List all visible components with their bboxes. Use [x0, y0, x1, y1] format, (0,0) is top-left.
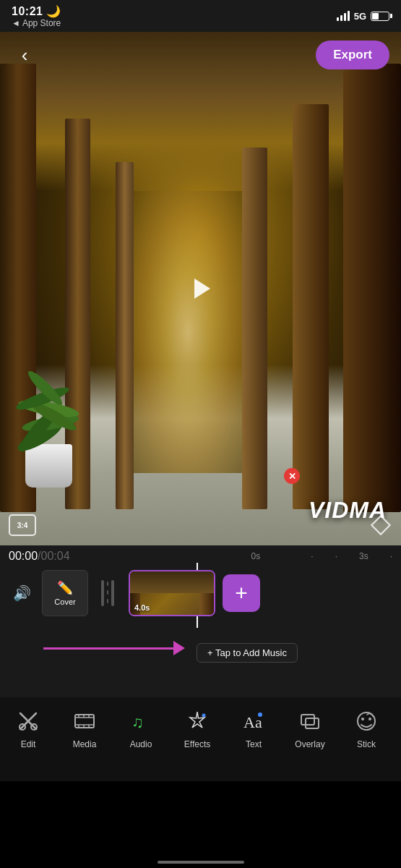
- sticker-label: Stick: [357, 739, 376, 749]
- track-icons: 🔊: [9, 584, 35, 602]
- scene-separator-icon: [95, 570, 121, 616]
- toolbar-item-overlay[interactable]: Overlay: [282, 707, 338, 749]
- export-button[interactable]: Export: [316, 41, 389, 69]
- ruler-mark-0: 0s: [251, 551, 261, 561]
- add-music-button[interactable]: + Tap to Add Music: [197, 643, 298, 663]
- overlay-label: Overlay: [295, 739, 324, 749]
- svg-point-25: [361, 718, 364, 720]
- plant-leaves: [7, 372, 94, 451]
- ruler-dot-1: ·: [311, 551, 313, 561]
- svg-rect-4: [111, 580, 114, 606]
- pillar-right-1: [343, 64, 401, 512]
- signal-bars-icon: [337, 11, 350, 21]
- ruler-mark-3: 3s: [359, 551, 368, 561]
- clip-ceiling: [130, 571, 214, 593]
- toolbar-item-media[interactable]: Media: [56, 707, 113, 749]
- status-right: 5G: [337, 11, 389, 22]
- svg-point-26: [368, 718, 371, 720]
- effects-star-icon: [184, 707, 211, 735]
- aspect-ratio-button[interactable]: 3:4: [9, 514, 36, 536]
- time-display: 00:00/00:04: [9, 550, 70, 563]
- total-time: 00:04: [41, 550, 70, 562]
- svg-point-19: [202, 714, 206, 718]
- pillar-right-2: [293, 104, 329, 509]
- video-preview: ‹ Export ✕ VIDMA 3:4: [0, 32, 401, 545]
- volume-icon: 🔊: [13, 584, 31, 602]
- add-clip-button[interactable]: +: [223, 574, 260, 612]
- back-chevron-icon: ‹: [22, 46, 28, 64]
- arrow-head-icon: [173, 641, 185, 655]
- toolbar-item-text[interactable]: Aa Text: [225, 707, 282, 749]
- status-left: 10:21 🌙 ◄ App Store: [12, 4, 61, 28]
- toolbar-item-effects[interactable]: Effects: [169, 707, 225, 749]
- corridor-center: [134, 191, 242, 473]
- sticker-icon: [353, 707, 380, 735]
- play-triangle-icon: [194, 278, 210, 299]
- media-label: Media: [73, 739, 97, 749]
- status-bar: 10:21 🌙 ◄ App Store 5G: [0, 0, 401, 32]
- video-bottom-controls: 3:4: [9, 514, 392, 537]
- toolbar-item-audio[interactable]: ♫ Audio: [113, 707, 169, 749]
- edit-pencil-icon: ✏️: [57, 580, 73, 596]
- moon-icon: 🌙: [46, 5, 61, 17]
- text-aa-icon: Aa: [240, 707, 267, 735]
- svg-point-21: [258, 712, 262, 717]
- overlay-icon: [296, 707, 324, 735]
- edit-scissors-icon: [14, 707, 42, 735]
- ruler-dot-2: ·: [335, 551, 337, 561]
- toolbar-item-edit[interactable]: Edit: [0, 707, 56, 749]
- music-area: + Tap to Add Music: [197, 641, 392, 664]
- ruler-dot-3: ·: [390, 551, 392, 561]
- svg-text:♫: ♫: [131, 713, 144, 731]
- magic-wand-button[interactable]: [369, 514, 392, 537]
- effects-label: Effects: [184, 739, 210, 749]
- home-indicator: [158, 861, 244, 864]
- cover-label: Cover: [54, 597, 75, 606]
- pillar-left-3: [116, 162, 134, 509]
- app-store-back[interactable]: ◄ App Store: [12, 18, 61, 28]
- top-controls: ‹ Export: [0, 41, 401, 69]
- toolbar-item-sticker[interactable]: Stick: [338, 707, 394, 749]
- arrow-line: [43, 647, 173, 650]
- diamond-icon: [371, 515, 391, 535]
- svg-rect-2: [107, 590, 108, 595]
- edit-label: Edit: [21, 739, 36, 749]
- bottom-toolbar: Edit Media ♫ Audio: [0, 697, 401, 781]
- svg-rect-23: [306, 718, 319, 728]
- battery-icon: [371, 12, 389, 21]
- remove-button[interactable]: ✕: [284, 468, 300, 484]
- cover-track[interactable]: ✏️ Cover: [42, 570, 88, 616]
- audio-label: Audio: [130, 739, 152, 749]
- back-button[interactable]: ‹: [12, 42, 38, 68]
- music-arrow: [43, 641, 185, 655]
- current-time: 00:00: [9, 550, 38, 562]
- svg-rect-0: [101, 580, 104, 606]
- timeline-section: 00:00/00:04 0s · · 3s · 🔊 ✏️ Cover: [0, 545, 401, 697]
- media-film-icon: [71, 707, 98, 735]
- plant-decoration: [7, 372, 101, 488]
- status-time: 10:21 🌙: [12, 4, 61, 18]
- audio-music-icon: ♫: [127, 707, 155, 735]
- svg-rect-1: [107, 582, 108, 586]
- svg-rect-22: [301, 715, 314, 725]
- svg-rect-3: [107, 599, 108, 603]
- play-button[interactable]: [181, 268, 221, 309]
- timeline-tracks: 🔊 ✏️ Cover 4.0s: [0, 564, 401, 622]
- clip-duration: 4.0s: [134, 603, 150, 612]
- 5g-indicator: 5G: [354, 11, 366, 22]
- video-clip[interactable]: 4.0s: [129, 570, 215, 616]
- svg-rect-9: [75, 715, 94, 728]
- time-header: 00:00/00:04 0s · · 3s ·: [0, 545, 401, 564]
- pillar-right-3: [242, 148, 267, 509]
- text-label: Text: [246, 739, 262, 749]
